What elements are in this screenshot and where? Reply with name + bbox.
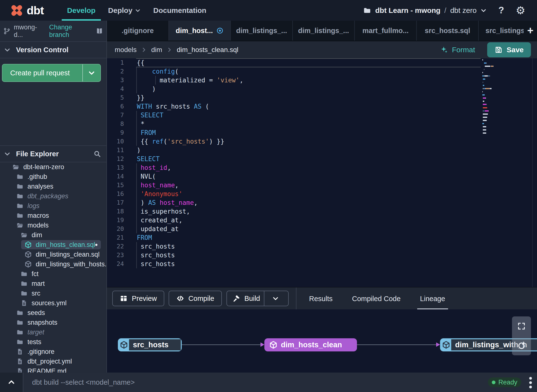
editor-scrollbar-track[interactable] (532, 58, 533, 287)
tree-item-sources-yml[interactable]: sources.yml (0, 298, 106, 308)
code-line[interactable]: SELECT (137, 155, 160, 163)
code-line[interactable]: SELECT (137, 111, 164, 120)
tree-item-tests[interactable]: tests (0, 337, 106, 347)
tree-item-dbt-packages[interactable]: dbt_packages (0, 191, 106, 201)
chevron-down-icon (88, 69, 95, 77)
kebab-menu[interactable] (529, 377, 533, 388)
minimap-line (493, 66, 494, 67)
code-line[interactable]: host_id, (137, 163, 171, 172)
tree-item--gitignore[interactable]: .gitignore (0, 347, 106, 357)
code-line[interactable]: FROM (137, 233, 152, 242)
fullscreen-icon[interactable] (517, 322, 526, 331)
code-editor[interactable]: 1{{2 config(3 materialized = 'view',4 )5… (107, 58, 537, 287)
tree-item-dim-listings-with-hosts-[interactable]: dim_listings_with_hosts... (0, 259, 106, 269)
tree-item-src[interactable]: src (0, 288, 106, 298)
tree-item-snapshots[interactable]: snapshots (0, 318, 106, 327)
nav-item-documentation[interactable]: Documentation (147, 0, 213, 21)
tree-item-dim-listings-clean-sql[interactable]: dim_listings_clean.sql (0, 250, 106, 259)
file-tab-src-hosts-sql[interactable]: src_hosts.sql (417, 21, 479, 41)
code-line[interactable]: src_hosts (137, 251, 175, 260)
file-tab-dim-listings-[interactable]: dim_listings_... (231, 21, 293, 41)
nav-item-develop[interactable]: Develop (61, 0, 102, 21)
tree-item-target[interactable]: target (0, 327, 106, 337)
unsaved-indicator-icon[interactable] (216, 27, 224, 34)
tree-item-dbt-learn-zero[interactable]: dbt-learn-zero (0, 162, 106, 172)
code-line[interactable]: config( (137, 67, 179, 76)
lineage-node-dim-hosts-clean[interactable]: dim_hosts_clean (264, 338, 357, 351)
code-line[interactable]: }} (137, 93, 144, 102)
preview-button[interactable]: Preview (112, 291, 164, 306)
code-line[interactable]: src_hosts (137, 242, 175, 251)
format-label: Format (452, 46, 475, 54)
tree-item-dim[interactable]: dim (0, 230, 106, 240)
chevron-down-icon (480, 7, 487, 14)
project-selector[interactable]: dbt Learn - mwong / dbt zero (363, 6, 487, 15)
create-pull-request-label[interactable]: Create pull request (2, 64, 82, 81)
code-line[interactable]: host_name, (137, 181, 179, 190)
tree-item-analyses[interactable]: analyses (0, 182, 106, 191)
nav-item-deploy[interactable]: Deploy (102, 0, 147, 21)
save-button[interactable]: Save (487, 42, 531, 57)
tab-lineage[interactable]: Lineage (417, 287, 448, 310)
lineage-node-src-hosts[interactable]: src_hosts (118, 338, 182, 351)
tree-item-inner: logs (13, 201, 101, 210)
help-button[interactable]: ? (498, 5, 504, 16)
code-line[interactable]: ) AS host_name, (137, 198, 198, 207)
tree-item-mart[interactable]: mart (0, 279, 106, 288)
tab-compiled-code[interactable]: Compiled Code (349, 287, 404, 310)
tab-results[interactable]: Results (306, 287, 336, 310)
line-number: 2 (107, 67, 124, 76)
code-line[interactable]: src_hosts (137, 260, 175, 268)
tree-item-seeds[interactable]: seeds (0, 308, 106, 318)
tree-item-logs[interactable]: logs (0, 201, 106, 211)
code-line[interactable]: 'Anonymous' (137, 190, 182, 198)
command-input[interactable] (32, 378, 537, 386)
line-number: 21 (107, 233, 124, 242)
tree-item-fct[interactable]: fct (0, 269, 106, 279)
create-pull-request-button[interactable]: Create pull request (2, 64, 101, 82)
file-tab-mart-fullmo-[interactable]: mart_fullmo... (355, 21, 417, 41)
new-tab-button[interactable]: + (524, 21, 537, 41)
settings-gear-icon[interactable]: ⚙ (516, 5, 525, 16)
file-tab-src-listings-[interactable]: src_listings. (479, 21, 524, 41)
code-line[interactable]: * (137, 120, 144, 128)
tree-item-macros[interactable]: macros (0, 211, 106, 220)
minimap[interactable] (482, 59, 499, 139)
code-line[interactable]: created_at, (137, 216, 182, 225)
docs-book-icon[interactable] (96, 27, 103, 35)
code-line[interactable]: NVL( (137, 172, 156, 181)
create-pr-dropdown-button[interactable] (83, 64, 100, 81)
format-button[interactable]: Format (439, 41, 475, 58)
code-line[interactable]: updated_at (137, 225, 179, 233)
minimap-line (482, 94, 485, 96)
command-bar-toggle[interactable] (0, 373, 23, 392)
tree-item-readme-md[interactable]: README.md (0, 366, 106, 373)
tree-item-dim-hosts-clean-sql[interactable]: dim_hosts_clean.sql (0, 240, 106, 250)
minimap-line (488, 75, 489, 77)
minimap-line (484, 110, 484, 112)
compile-button[interactable]: Compile (169, 291, 222, 306)
file-tab--gitignore[interactable]: .gitignore (107, 21, 169, 41)
code-line[interactable]: {{ ref('src_hosts') }} (137, 137, 224, 146)
file-tab-dim-listings-[interactable]: dim_listings_... (293, 21, 355, 41)
dbt-logo[interactable]: dbt (9, 3, 44, 18)
code-line[interactable]: ) (137, 85, 156, 93)
code-line[interactable]: ) (137, 146, 141, 155)
refresh-icon[interactable] (517, 341, 526, 350)
change-branch-link[interactable]: Change branch (49, 24, 89, 39)
folder-icon (363, 6, 371, 15)
tree-item-models[interactable]: models (0, 220, 106, 230)
code-line[interactable]: WITH src_hosts AS ( (137, 102, 209, 111)
code-line[interactable]: is_superhost, (137, 207, 190, 216)
version-control-header[interactable]: Version Control (0, 41, 106, 58)
file-tab-label: dim_listings_... (236, 27, 287, 35)
code-line[interactable]: FROM (137, 128, 156, 137)
tree-item-dbt-project-yml[interactable]: dbt_project.yml (0, 357, 106, 366)
tree-item--github[interactable]: .github (0, 172, 106, 182)
build-dropdown-button[interactable] (268, 295, 283, 302)
code-line[interactable]: materialized = 'view', (137, 76, 243, 85)
code-line[interactable]: {{ (137, 58, 144, 67)
tree-item-inner: dim_hosts_clean.sql (21, 240, 101, 249)
build-button[interactable]: Build (226, 291, 289, 306)
file-tab-dim-host-[interactable]: dim_host... (169, 21, 231, 41)
